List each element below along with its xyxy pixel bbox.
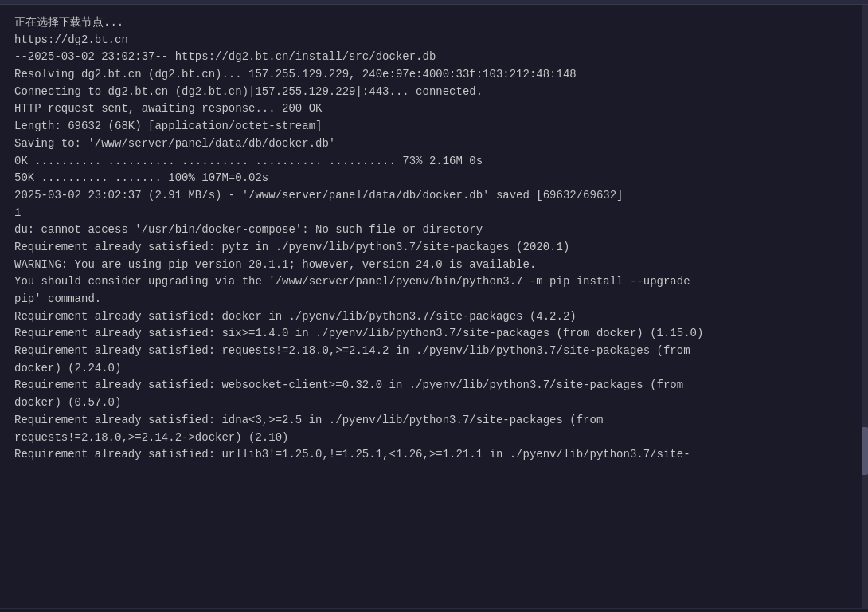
- terminal-line-20: pip' command.: [14, 291, 854, 308]
- terminal-line-3: --2025-03-02 23:02:37-- https://dg2.bt.c…: [14, 49, 854, 66]
- scrollbar-thumb[interactable]: [862, 427, 868, 475]
- terminal-line-21: Requirement already satisfied: docker in…: [14, 308, 854, 326]
- terminal-bottom-bar: [0, 608, 868, 612]
- terminal-line-4: Resolving dg2.bt.cn (dg2.bt.cn)... 157.2…: [14, 66, 854, 84]
- terminal-line-15: 1: [14, 205, 854, 222]
- terminal-line-8: Saving to: '/www/server/panel/data/db/do…: [14, 135, 854, 153]
- terminal-line-17: Requirement already satisfied: pytz in .…: [14, 239, 854, 257]
- terminal-line-10: 0K .......... .......... .......... ....…: [14, 153, 854, 171]
- terminal-line-16: du: cannot access '/usr/bin/docker-compo…: [14, 222, 854, 239]
- terminal-line-11: 50K .......... ....... 100% 107M=0.02s: [14, 170, 854, 187]
- terminal-line-24: docker) (2.24.0): [14, 360, 854, 378]
- terminal-line-2: https://dg2.bt.cn: [14, 32, 854, 49]
- terminal-container: 正在选择下载节点... https://dg2.bt.cn --2025-03-…: [0, 0, 868, 612]
- terminal-line-22: Requirement already satisfied: six>=1.4.…: [14, 325, 854, 343]
- terminal-line-7: Length: 69632 (68K) [application/octet-s…: [14, 118, 854, 135]
- terminal-line-27: Requirement already satisfied: idna<3,>=…: [14, 412, 854, 430]
- terminal-content[interactable]: 正在选择下载节点... https://dg2.bt.cn --2025-03-…: [0, 5, 868, 608]
- terminal-line-25: Requirement already satisfied: websocket…: [14, 377, 854, 394]
- terminal-line-18: WARNING: You are using pip version 20.1.…: [14, 257, 854, 274]
- terminal-line-23: Requirement already satisfied: requests!…: [14, 343, 854, 360]
- terminal-line-29: Requirement already satisfied: urllib3!=…: [14, 446, 854, 464]
- scrollbar[interactable]: [862, 5, 868, 608]
- terminal-line-6: HTTP request sent, awaiting response... …: [14, 100, 854, 118]
- terminal-line-19: You should consider upgrading via the '/…: [14, 273, 854, 291]
- terminal-line-28: requests!=2.18.0,>=2.14.2->docker) (2.10…: [14, 430, 854, 447]
- terminal-line-1: 正在选择下载节点...: [14, 14, 854, 32]
- terminal-line-13: 2025-03-02 23:02:37 (2.91 MB/s) - '/www/…: [14, 187, 854, 205]
- terminal-line-26: docker) (0.57.0): [14, 394, 854, 412]
- terminal-line-5: Connecting to dg2.bt.cn (dg2.bt.cn)|157.…: [14, 84, 854, 101]
